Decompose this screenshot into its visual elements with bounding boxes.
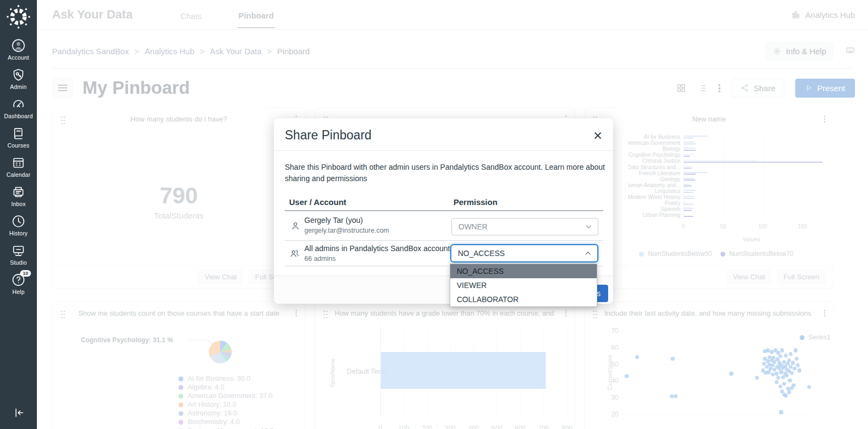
selected-permission: OWNER [458,222,488,231]
column-header-user: User / Account [289,197,346,207]
sidebar-item-label: History [9,230,28,236]
group-detail: 66 admins [304,255,336,262]
group-icon [289,248,299,259]
close-icon[interactable] [593,131,602,140]
sidebar-item-history[interactable]: History [4,210,33,240]
row-divider [285,240,603,241]
sidebar-nav: AccountAdminDashboardCoursesCalendarInbo… [4,35,33,298]
global-nav-sidebar: AccountAdminDashboardCoursesCalendarInbo… [0,0,37,429]
sidebar-item-label: Courses [8,142,30,149]
studio-icon [11,244,25,258]
sidebar-item-calendar[interactable]: Calendar [4,152,33,181]
user-name: Gergely Tar (you) [304,216,363,225]
sidebar-item-label: Admin [10,84,27,90]
calendar-icon [11,156,25,170]
sidebar-item-help[interactable]: 10Help [4,269,33,298]
app-root: AccountAdminDashboardCoursesCalendarInbo… [0,0,868,429]
dashboard-icon [11,97,25,111]
help-badge: 10 [20,270,31,277]
column-header-permission: Permission [454,197,497,207]
help-icon: 10 [11,273,25,287]
sidebar-item-label: Studio [10,259,27,266]
table-header-underline [285,210,603,211]
modal-header: Share Pinboard [274,118,613,151]
modal-description: Share this Pinboard with other admin use… [285,162,606,184]
sidebar-item-label: Help [12,289,24,295]
modal-title: Share Pinboard [285,128,372,143]
sidebar-item-account[interactable]: Account [4,35,33,64]
sidebar-item-label: Dashboard [4,113,33,119]
selected-permission: NO_ACCESS [458,249,505,258]
chevron-up-icon [584,249,592,257]
sidebar-item-label: Inbox [11,201,26,207]
sidebar-item-courses[interactable]: Courses [4,123,33,152]
group-name: All admins in Pandalytics SandBox accoun… [304,244,450,253]
sidebar-item-label: Account [8,54,29,61]
canvas-logo-icon[interactable] [6,4,31,29]
user-icon [290,221,301,231]
sidebar-item-dashboard[interactable]: Dashboard [4,93,33,123]
sidebar-item-admin[interactable]: Admin [4,64,33,93]
history-icon [11,214,25,228]
sidebar-item-inbox[interactable]: Inbox [4,181,33,210]
sidebar-item-label: Calendar [7,171,30,178]
admin-icon [11,68,25,82]
inbox-icon [11,185,25,199]
chevron-down-icon [585,223,592,230]
permission-dropdown-menu: NO_ACCESSVIEWERCOLLABORATOR [450,264,597,307]
courses-icon [11,126,25,140]
permission-select-focused[interactable]: NO_ACCESS [450,244,598,262]
permission-option-viewer[interactable]: VIEWER [450,278,597,292]
sidebar-item-studio[interactable]: Studio [4,240,33,269]
collapse-sidebar-icon[interactable] [12,406,25,421]
permission-option-collaborator[interactable]: COLLABORATOR [450,292,597,306]
permission-select-owner[interactable]: OWNER [451,218,598,235]
user-email: gergely.tar@instructure.com [304,227,389,234]
account-icon [11,39,25,53]
permission-option-no_access[interactable]: NO_ACCESS [450,264,597,278]
